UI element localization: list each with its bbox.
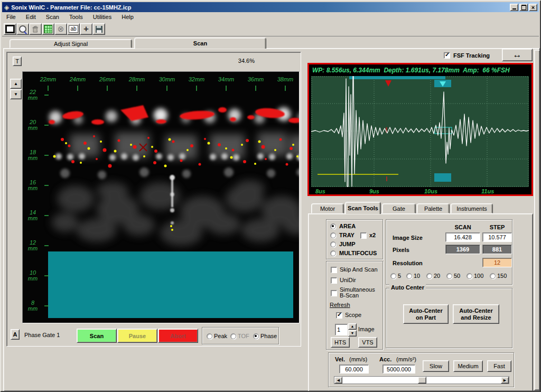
resize-width-button[interactable]: ↔ bbox=[502, 49, 533, 61]
left-arrow-icon: ◀ bbox=[337, 378, 340, 382]
grid-button[interactable] bbox=[42, 23, 54, 35]
gate-span-bar bbox=[349, 76, 445, 79]
unidir-checkbox[interactable] bbox=[331, 277, 337, 284]
ascan-plot[interactable] bbox=[311, 76, 529, 187]
menu-tools[interactable]: Tools bbox=[65, 12, 87, 22]
disable-button[interactable]: ⊗ bbox=[54, 23, 67, 35]
fast-button[interactable]: Fast bbox=[487, 360, 511, 372]
speed-50-radio[interactable] bbox=[446, 273, 452, 279]
scroll-up-button[interactable]: ▲ bbox=[10, 79, 22, 89]
phase-radio[interactable] bbox=[253, 333, 259, 339]
splitter-bar[interactable] bbox=[534, 50, 540, 390]
tab-instruments[interactable]: Instruments bbox=[451, 203, 493, 213]
tab-gate[interactable]: Gate bbox=[382, 203, 416, 213]
pause-button[interactable]: Pause bbox=[117, 329, 157, 343]
speed-150-radio[interactable] bbox=[490, 273, 496, 279]
tab-adjust-signal[interactable]: Adjust Signal bbox=[10, 39, 132, 48]
tof-radio[interactable] bbox=[230, 333, 236, 339]
abort-button[interactable]: Abort bbox=[158, 329, 198, 343]
image-spin-up-button[interactable]: ▲ bbox=[348, 323, 357, 330]
scope-checkbox[interactable] bbox=[336, 312, 342, 319]
multifocus-radio[interactable] bbox=[330, 250, 336, 256]
skip-and-scan-checkbox[interactable] bbox=[331, 267, 337, 273]
menu-utilities[interactable]: Utilities bbox=[89, 12, 116, 22]
image-size-step-input[interactable] bbox=[482, 232, 512, 242]
cscan-image[interactable]: 22mm 24mm 26mm 28mm 30mm 32mm 34mm 36mm … bbox=[22, 71, 300, 323]
save-button[interactable] bbox=[92, 23, 105, 35]
text-label-button[interactable]: ab bbox=[67, 23, 80, 35]
vruler-label: 20mm bbox=[24, 119, 42, 131]
auto-center-group: Auto Center Auto-Center on Part Auto-Cen… bbox=[386, 288, 512, 348]
speed-5-radio[interactable] bbox=[390, 273, 396, 279]
hts-button[interactable]: HTS bbox=[331, 337, 350, 348]
restore-button[interactable] bbox=[519, 4, 528, 11]
hruler-label: 32mm bbox=[187, 76, 206, 82]
auto-center-on-part-button[interactable]: Auto-Center on Part bbox=[403, 304, 449, 324]
resolution-label: Resolution bbox=[393, 260, 423, 266]
tab-scan[interactable]: Scan bbox=[134, 38, 266, 49]
vruler-label: 16mm bbox=[24, 180, 42, 191]
acc-label: Acc. bbox=[379, 356, 391, 362]
window-title: Sonix WinIC - Parameter File: cc-15MHZ.i… bbox=[11, 4, 131, 11]
ascan-graphic bbox=[311, 76, 529, 187]
grid-icon bbox=[44, 25, 52, 33]
acc-input[interactable] bbox=[383, 365, 415, 374]
fsf-tracking-checkbox[interactable] bbox=[444, 52, 450, 59]
image-label: Image bbox=[358, 326, 375, 332]
vel-unit: (mm/s) bbox=[349, 356, 367, 362]
up-arrow-icon: ▲ bbox=[351, 324, 355, 329]
vel-input[interactable] bbox=[339, 365, 369, 374]
minimize-button[interactable] bbox=[510, 4, 518, 11]
image-number-input[interactable] bbox=[335, 324, 348, 335]
scrollbar-thumb[interactable] bbox=[418, 377, 426, 384]
a-button[interactable]: A bbox=[11, 329, 20, 340]
tab-palette[interactable]: Palette bbox=[417, 203, 450, 213]
pan-button[interactable] bbox=[29, 23, 42, 35]
select-region-button[interactable] bbox=[4, 23, 16, 35]
x2-label: x2 bbox=[369, 232, 376, 238]
close-button[interactable]: × bbox=[529, 4, 537, 11]
menu-edit[interactable]: Edit bbox=[22, 12, 40, 22]
tray-radio[interactable] bbox=[330, 232, 336, 238]
zoom-button[interactable] bbox=[16, 23, 29, 35]
speed-20-radio[interactable] bbox=[426, 273, 432, 279]
motion-group: Vel. (mm/s) Acc. (mm/s²) Slow Medium Fas… bbox=[328, 352, 514, 387]
crosshair-button[interactable]: + bbox=[80, 23, 92, 35]
area-radio[interactable] bbox=[330, 223, 336, 229]
slow-button[interactable]: Slow bbox=[423, 360, 449, 372]
scan-start-button[interactable]: Scan bbox=[77, 329, 117, 343]
app-icon: ◈ bbox=[4, 4, 9, 11]
menu-scan[interactable]: Scan bbox=[42, 12, 63, 22]
menu-file[interactable]: File bbox=[2, 12, 20, 22]
image-size-scan-input[interactable] bbox=[445, 232, 480, 242]
vruler-label: 10mm bbox=[24, 270, 42, 282]
x2-checkbox[interactable] bbox=[360, 232, 367, 239]
medium-button[interactable]: Medium bbox=[453, 360, 483, 372]
scroll-down-button[interactable]: ▼ bbox=[10, 89, 22, 99]
peak-radio[interactable] bbox=[207, 333, 212, 339]
auto-center-and-resize-button[interactable]: Auto-Center and Resize bbox=[453, 304, 499, 324]
scrollbar-right-button[interactable]: ▶ bbox=[501, 377, 509, 384]
simultaneous-bscan-label: Simultaneous B-Scan bbox=[340, 287, 380, 298]
restore-icon bbox=[521, 5, 526, 10]
speed-10-radio[interactable] bbox=[406, 273, 412, 279]
scrollbar-left-button[interactable]: ◀ bbox=[334, 377, 342, 384]
simultaneous-bscan-checkbox[interactable] bbox=[331, 290, 337, 296]
tab-scan-tools[interactable]: Scan Tools bbox=[345, 202, 381, 214]
menu-help[interactable]: Help bbox=[117, 12, 138, 22]
speed-100-radio[interactable] bbox=[467, 273, 472, 279]
jump-label: JUMP bbox=[339, 241, 356, 247]
gate-label: Phase Gate 1 bbox=[24, 332, 60, 338]
speed-scrollbar[interactable]: ◀ ▶ bbox=[334, 376, 509, 384]
image-spin-down-button[interactable]: ▼ bbox=[348, 330, 357, 337]
refresh-link[interactable]: Refresh bbox=[330, 302, 350, 308]
hruler-label: 22mm bbox=[39, 76, 58, 82]
select-region-icon bbox=[5, 25, 15, 33]
scope-label: Scope bbox=[345, 312, 361, 318]
pixels-label: Pixels bbox=[393, 247, 409, 253]
vts-button[interactable]: VTS bbox=[358, 337, 377, 348]
jump-radio[interactable] bbox=[330, 241, 336, 247]
menu-bar: File Edit Scan Tools Utilities Help bbox=[2, 12, 539, 22]
t-button[interactable]: T bbox=[13, 57, 22, 66]
tab-motor[interactable]: Motor bbox=[311, 203, 344, 213]
